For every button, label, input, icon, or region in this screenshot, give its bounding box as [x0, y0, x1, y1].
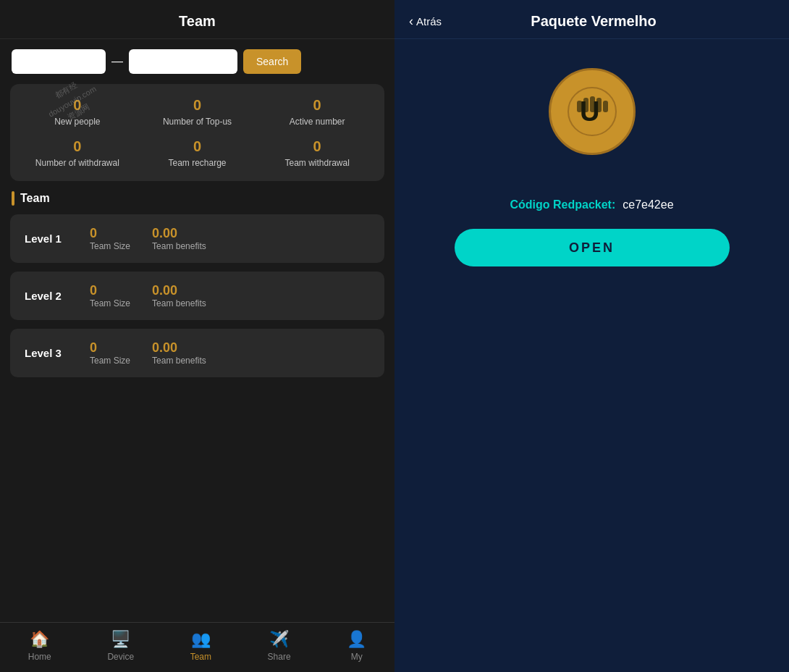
team-section-header: Team: [0, 191, 394, 214]
share-icon: ✈️: [269, 630, 289, 649]
search-bar: — Search: [0, 39, 394, 84]
stat-active: 0 Active number: [257, 97, 377, 127]
level-2-benefits: 0.00 Team benefits: [152, 283, 206, 308]
stat-recharge-label: Team recharge: [168, 158, 226, 168]
level-2-card: Level 2 0 Team Size 0.00 Team benefits: [10, 272, 384, 320]
stat-topus-value: 0: [193, 97, 201, 114]
level-1-benefits-value: 0.00: [152, 226, 177, 241]
logo-circle: U: [549, 68, 636, 155]
nav-home[interactable]: 🏠 Home: [28, 630, 51, 662]
search-input-to[interactable]: [129, 49, 237, 74]
search-button[interactable]: Search: [243, 49, 301, 74]
stat-recharge-value: 0: [193, 138, 201, 155]
level-2-name: Level 2: [25, 290, 68, 302]
stat-active-label: Active number: [290, 117, 345, 127]
level-3-size: 0 Team Size: [90, 340, 130, 366]
stat-withdrawal-label: Number of withdrawal: [35, 158, 119, 168]
code-value: ce7e42ee: [623, 198, 673, 211]
right-content: U Código Redpacket: ce7e42ee OPEN: [394, 39, 789, 672]
stat-withdrawal-value: 0: [73, 138, 81, 155]
stat-active-value: 0: [313, 97, 321, 114]
stat-topus-label: Number of Top-us: [163, 117, 232, 127]
level-1-size: 0 Team Size: [90, 226, 130, 251]
level-2-size-label: Team Size: [90, 298, 130, 308]
nav-share[interactable]: ✈️ Share: [268, 630, 291, 662]
team-section-bar: [12, 191, 14, 206]
stat-team-withdrawal: 0 Team withdrawal: [257, 138, 377, 168]
level-3-name: Level 3: [25, 347, 68, 359]
device-icon: 🖥️: [111, 630, 130, 649]
nav-home-label: Home: [28, 652, 51, 662]
right-header: ‹ Atrás Paquete Vermelho: [394, 0, 789, 39]
code-label: Código Redpacket:: [510, 198, 615, 211]
level-1-benefits: 0.00 Team benefits: [152, 226, 206, 251]
search-dash: —: [111, 55, 123, 68]
back-button[interactable]: ‹ Atrás: [409, 14, 442, 29]
stat-new-people-value: 0: [73, 97, 81, 114]
stat-recharge: 0 Team recharge: [138, 138, 258, 168]
level-2-benefits-value: 0.00: [152, 283, 177, 298]
stat-new-people: 0 New people: [17, 97, 138, 127]
svg-rect-4: [590, 96, 595, 112]
stat-withdrawal: 0 Number of withdrawal: [17, 138, 138, 168]
level-3-benefits-value: 0.00: [152, 340, 177, 356]
my-icon: 👤: [347, 630, 366, 649]
right-panel: ‹ Atrás Paquete Vermelho U Código Redpa: [394, 0, 789, 672]
nav-team[interactable]: 👥 Team: [190, 630, 211, 662]
nav-share-label: Share: [268, 652, 291, 662]
svg-rect-6: [603, 101, 608, 112]
level-1-benefits-label: Team benefits: [152, 241, 206, 251]
level-3-size-value: 0: [90, 340, 97, 356]
level-1-card: Level 1 0 Team Size 0.00 Team benefits: [10, 214, 384, 263]
open-button[interactable]: OPEN: [455, 229, 730, 266]
left-header: Team: [0, 0, 394, 39]
team-section-text: Team: [20, 192, 50, 205]
level-3-stats: 0 Team Size 0.00 Team benefits: [90, 340, 206, 366]
stat-team-withdrawal-value: 0: [313, 138, 321, 155]
left-title: Team: [179, 13, 216, 29]
back-label: Atrás: [416, 15, 442, 28]
nav-team-label: Team: [190, 652, 211, 662]
level-1-size-label: Team Size: [90, 241, 130, 251]
stat-team-withdrawal-label: Team withdrawal: [284, 158, 349, 168]
nav-my-label: My: [351, 652, 363, 662]
level-1-name: Level 1: [25, 232, 68, 245]
bottom-nav: 🏠 Home 🖥️ Device 👥 Team ✈️ Share 👤 My: [0, 622, 394, 672]
level-3-benefits: 0.00 Team benefits: [152, 340, 206, 366]
level-3-benefits-label: Team benefits: [152, 356, 206, 366]
home-icon: 🏠: [30, 630, 49, 649]
svg-rect-2: [577, 101, 582, 112]
level-1-stats: 0 Team Size 0.00 Team benefits: [90, 226, 206, 251]
stat-topus: 0 Number of Top-us: [138, 97, 258, 127]
stat-new-people-label: New people: [54, 117, 100, 127]
team-icon: 👥: [191, 630, 211, 649]
nav-device[interactable]: 🖥️ Device: [107, 630, 134, 662]
search-input-from[interactable]: [12, 49, 106, 74]
nav-my[interactable]: 👤 My: [347, 630, 366, 662]
code-row: Código Redpacket: ce7e42ee: [510, 198, 673, 211]
level-2-stats: 0 Team Size 0.00 Team benefits: [90, 283, 206, 308]
level-2-benefits-label: Team benefits: [152, 298, 206, 308]
right-title: Paquete Vermelho: [442, 13, 746, 30]
svg-rect-3: [583, 98, 588, 112]
level-3-card: Level 3 0 Team Size 0.00 Team benefits: [10, 329, 384, 377]
back-chevron-icon: ‹: [409, 14, 413, 29]
logo-svg: U: [567, 86, 617, 137]
level-2-size-value: 0: [90, 283, 97, 298]
level-3-size-label: Team Size: [90, 356, 130, 366]
level-1-size-value: 0: [90, 226, 97, 241]
nav-device-label: Device: [107, 652, 134, 662]
stats-card: 0 New people 0 Number of Top-us 0 Active…: [10, 84, 384, 181]
left-panel: 都有经 douyouvip.com 资源网 Team — Search 0 Ne…: [0, 0, 394, 672]
level-2-size: 0 Team Size: [90, 283, 130, 308]
svg-rect-5: [596, 98, 602, 112]
